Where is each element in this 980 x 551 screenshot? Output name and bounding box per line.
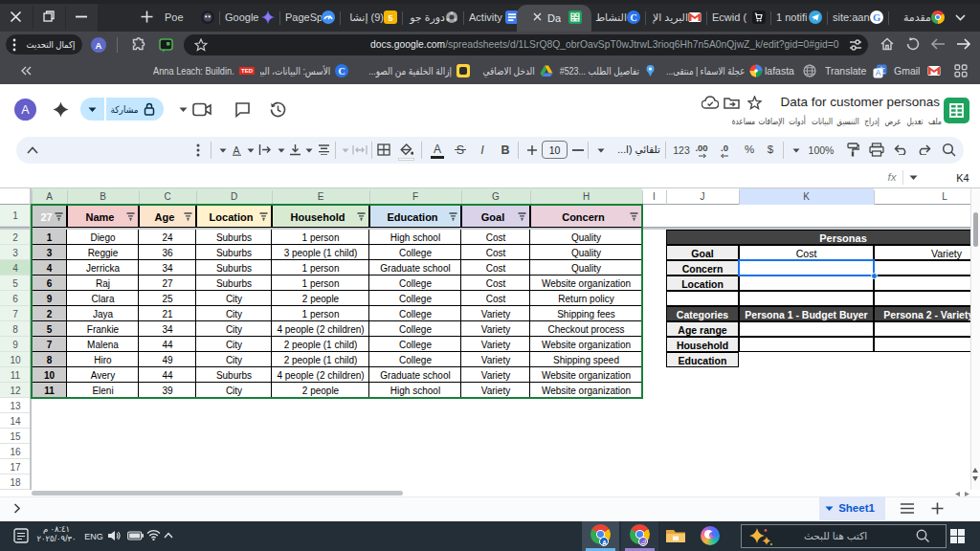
svg-text:C: C: [630, 12, 636, 23]
svg-text:A: A: [876, 68, 881, 77]
svg-text:5: 5: [388, 13, 392, 23]
svg-text:A: A: [234, 144, 240, 156]
svg-text:G: G: [873, 12, 880, 23]
svg-text:C: C: [338, 66, 345, 77]
